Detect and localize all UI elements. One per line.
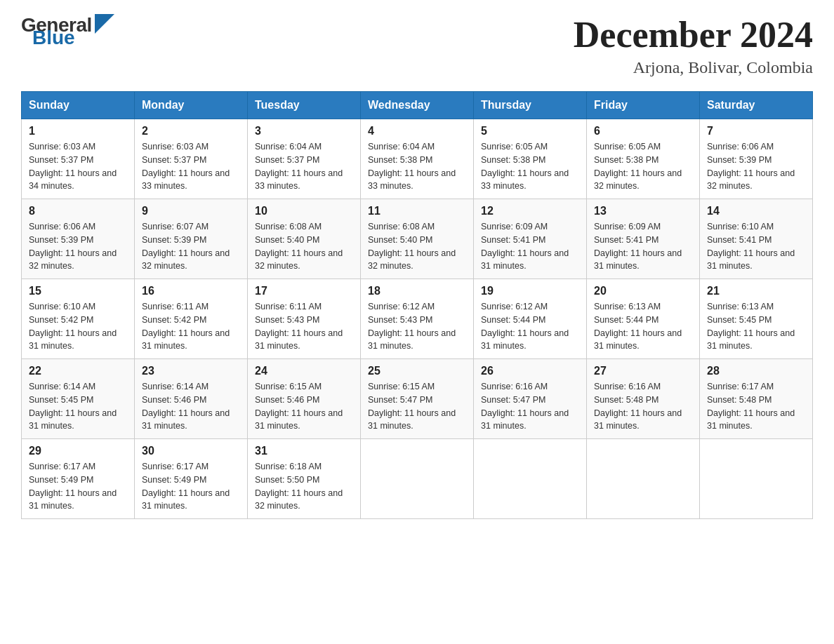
calendar-cell: 6Sunrise: 6:05 AMSunset: 5:38 PMDaylight…	[587, 119, 700, 199]
logo-triangle-icon	[95, 14, 114, 34]
calendar-cell: 19Sunrise: 6:12 AMSunset: 5:44 PMDayligh…	[474, 279, 587, 359]
calendar-cell: 28Sunrise: 6:17 AMSunset: 5:48 PMDayligh…	[700, 359, 813, 439]
weekday-header-thursday: Thursday	[474, 92, 587, 119]
calendar-cell: 13Sunrise: 6:09 AMSunset: 5:41 PMDayligh…	[587, 199, 700, 279]
day-info: Sunrise: 6:14 AMSunset: 5:46 PMDaylight:…	[142, 380, 240, 433]
day-info: Sunrise: 6:16 AMSunset: 5:48 PMDaylight:…	[594, 380, 692, 433]
day-number: 4	[368, 125, 466, 137]
calendar-cell: 9Sunrise: 6:07 AMSunset: 5:39 PMDaylight…	[135, 199, 248, 279]
day-info: Sunrise: 6:18 AMSunset: 5:50 PMDaylight:…	[255, 460, 353, 513]
calendar-cell: 26Sunrise: 6:16 AMSunset: 5:47 PMDayligh…	[474, 359, 587, 439]
calendar-table: SundayMondayTuesdayWednesdayThursdayFrid…	[21, 91, 813, 519]
day-number: 2	[142, 125, 240, 137]
calendar-cell: 8Sunrise: 6:06 AMSunset: 5:39 PMDaylight…	[22, 199, 135, 279]
calendar-week-row: 29Sunrise: 6:17 AMSunset: 5:49 PMDayligh…	[22, 439, 813, 519]
day-info: Sunrise: 6:10 AMSunset: 5:42 PMDaylight:…	[29, 300, 127, 353]
day-info: Sunrise: 6:06 AMSunset: 5:39 PMDaylight:…	[29, 220, 127, 273]
day-number: 22	[29, 365, 127, 377]
calendar-cell: 23Sunrise: 6:14 AMSunset: 5:46 PMDayligh…	[135, 359, 248, 439]
logo-blue-text: Blue	[32, 27, 75, 49]
calendar-cell: 30Sunrise: 6:17 AMSunset: 5:49 PMDayligh…	[135, 439, 248, 519]
day-number: 15	[29, 285, 127, 297]
day-number: 19	[481, 285, 579, 297]
weekday-header-friday: Friday	[587, 92, 700, 119]
day-info: Sunrise: 6:07 AMSunset: 5:39 PMDaylight:…	[142, 220, 240, 273]
day-info: Sunrise: 6:13 AMSunset: 5:44 PMDaylight:…	[594, 300, 692, 353]
day-info: Sunrise: 6:10 AMSunset: 5:41 PMDaylight:…	[707, 220, 805, 273]
day-number: 13	[594, 205, 692, 217]
day-number: 23	[142, 365, 240, 377]
calendar-cell: 27Sunrise: 6:16 AMSunset: 5:48 PMDayligh…	[587, 359, 700, 439]
day-info: Sunrise: 6:14 AMSunset: 5:45 PMDaylight:…	[29, 380, 127, 433]
calendar-cell: 10Sunrise: 6:08 AMSunset: 5:40 PMDayligh…	[248, 199, 361, 279]
page-header: General Blue December 2024 Arjona, Boliv…	[21, 14, 813, 77]
calendar-cell: 12Sunrise: 6:09 AMSunset: 5:41 PMDayligh…	[474, 199, 587, 279]
calendar-cell: 31Sunrise: 6:18 AMSunset: 5:50 PMDayligh…	[248, 439, 361, 519]
day-number: 11	[368, 205, 466, 217]
calendar-cell	[587, 439, 700, 519]
calendar-cell: 21Sunrise: 6:13 AMSunset: 5:45 PMDayligh…	[700, 279, 813, 359]
day-info: Sunrise: 6:15 AMSunset: 5:46 PMDaylight:…	[255, 380, 353, 433]
calendar-cell: 14Sunrise: 6:10 AMSunset: 5:41 PMDayligh…	[700, 199, 813, 279]
day-number: 26	[481, 365, 579, 377]
day-number: 1	[29, 125, 127, 137]
day-info: Sunrise: 6:15 AMSunset: 5:47 PMDaylight:…	[368, 380, 466, 433]
day-info: Sunrise: 6:08 AMSunset: 5:40 PMDaylight:…	[255, 220, 353, 273]
location-title: Arjona, Bolivar, Colombia	[574, 58, 813, 77]
day-number: 5	[481, 125, 579, 137]
day-number: 27	[594, 365, 692, 377]
day-info: Sunrise: 6:06 AMSunset: 5:39 PMDaylight:…	[707, 140, 805, 193]
calendar-cell: 7Sunrise: 6:06 AMSunset: 5:39 PMDaylight…	[700, 119, 813, 199]
day-info: Sunrise: 6:12 AMSunset: 5:43 PMDaylight:…	[368, 300, 466, 353]
day-info: Sunrise: 6:04 AMSunset: 5:37 PMDaylight:…	[255, 140, 353, 193]
calendar-cell: 4Sunrise: 6:04 AMSunset: 5:38 PMDaylight…	[361, 119, 474, 199]
calendar-cell: 15Sunrise: 6:10 AMSunset: 5:42 PMDayligh…	[22, 279, 135, 359]
day-info: Sunrise: 6:11 AMSunset: 5:42 PMDaylight:…	[142, 300, 240, 353]
calendar-cell: 17Sunrise: 6:11 AMSunset: 5:43 PMDayligh…	[248, 279, 361, 359]
day-info: Sunrise: 6:05 AMSunset: 5:38 PMDaylight:…	[594, 140, 692, 193]
day-info: Sunrise: 6:03 AMSunset: 5:37 PMDaylight:…	[29, 140, 127, 193]
calendar-cell: 2Sunrise: 6:03 AMSunset: 5:37 PMDaylight…	[135, 119, 248, 199]
day-number: 18	[368, 285, 466, 297]
day-number: 25	[368, 365, 466, 377]
weekday-header-row: SundayMondayTuesdayWednesdayThursdayFrid…	[22, 92, 813, 119]
calendar-week-row: 15Sunrise: 6:10 AMSunset: 5:42 PMDayligh…	[22, 279, 813, 359]
calendar-cell: 18Sunrise: 6:12 AMSunset: 5:43 PMDayligh…	[361, 279, 474, 359]
day-number: 24	[255, 365, 353, 377]
title-block: December 2024 Arjona, Bolivar, Colombia	[574, 14, 813, 77]
day-info: Sunrise: 6:11 AMSunset: 5:43 PMDaylight:…	[255, 300, 353, 353]
day-info: Sunrise: 6:04 AMSunset: 5:38 PMDaylight:…	[368, 140, 466, 193]
logo: General Blue	[21, 14, 114, 49]
day-number: 30	[142, 445, 240, 457]
day-info: Sunrise: 6:08 AMSunset: 5:40 PMDaylight:…	[368, 220, 466, 273]
calendar-cell: 11Sunrise: 6:08 AMSunset: 5:40 PMDayligh…	[361, 199, 474, 279]
weekday-header-tuesday: Tuesday	[248, 92, 361, 119]
day-number: 8	[29, 205, 127, 217]
month-title: December 2024	[574, 14, 813, 55]
day-number: 6	[594, 125, 692, 137]
calendar-cell: 22Sunrise: 6:14 AMSunset: 5:45 PMDayligh…	[22, 359, 135, 439]
calendar-week-row: 1Sunrise: 6:03 AMSunset: 5:37 PMDaylight…	[22, 119, 813, 199]
calendar-cell: 29Sunrise: 6:17 AMSunset: 5:49 PMDayligh…	[22, 439, 135, 519]
day-number: 9	[142, 205, 240, 217]
day-info: Sunrise: 6:17 AMSunset: 5:49 PMDaylight:…	[142, 460, 240, 513]
calendar-cell	[700, 439, 813, 519]
calendar-cell: 24Sunrise: 6:15 AMSunset: 5:46 PMDayligh…	[248, 359, 361, 439]
calendar-cell: 3Sunrise: 6:04 AMSunset: 5:37 PMDaylight…	[248, 119, 361, 199]
day-info: Sunrise: 6:12 AMSunset: 5:44 PMDaylight:…	[481, 300, 579, 353]
calendar-cell: 1Sunrise: 6:03 AMSunset: 5:37 PMDaylight…	[22, 119, 135, 199]
weekday-header-monday: Monday	[135, 92, 248, 119]
weekday-header-saturday: Saturday	[700, 92, 813, 119]
weekday-header-wednesday: Wednesday	[361, 92, 474, 119]
day-number: 29	[29, 445, 127, 457]
calendar-cell: 5Sunrise: 6:05 AMSunset: 5:38 PMDaylight…	[474, 119, 587, 199]
calendar-cell: 20Sunrise: 6:13 AMSunset: 5:44 PMDayligh…	[587, 279, 700, 359]
day-number: 28	[707, 365, 805, 377]
day-number: 20	[594, 285, 692, 297]
calendar-week-row: 8Sunrise: 6:06 AMSunset: 5:39 PMDaylight…	[22, 199, 813, 279]
day-info: Sunrise: 6:03 AMSunset: 5:37 PMDaylight:…	[142, 140, 240, 193]
day-info: Sunrise: 6:17 AMSunset: 5:48 PMDaylight:…	[707, 380, 805, 433]
day-number: 10	[255, 205, 353, 217]
day-number: 14	[707, 205, 805, 217]
day-info: Sunrise: 6:09 AMSunset: 5:41 PMDaylight:…	[594, 220, 692, 273]
